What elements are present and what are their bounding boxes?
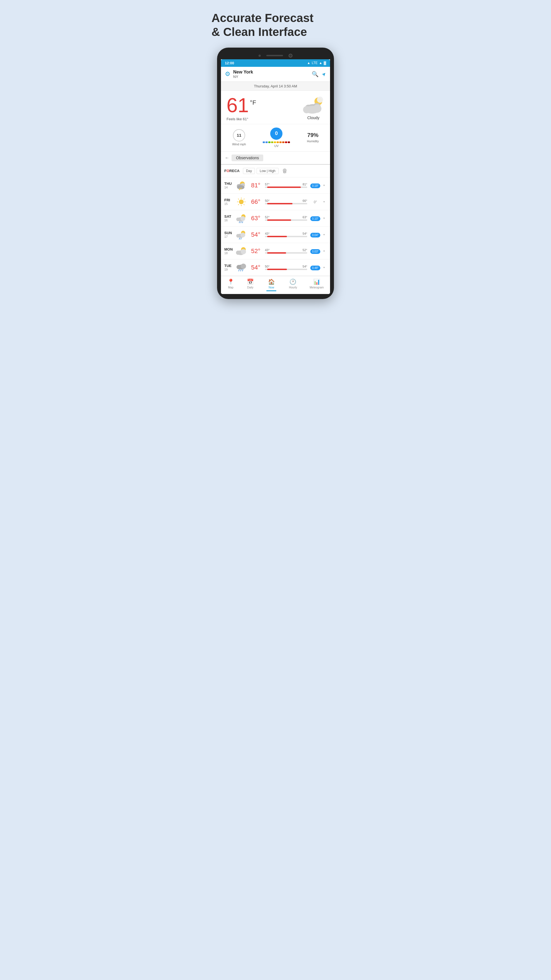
forecast-precip: 0.03" [309, 249, 322, 254]
forecast-bar-fill [267, 203, 292, 204]
svg-point-7 [313, 104, 321, 113]
svg-point-27 [236, 218, 240, 221]
forecast-row[interactable]: THU 14 81° 57° 81° 0.19" ▾ [221, 177, 330, 194]
svg-point-40 [236, 251, 240, 255]
forecast-weather-icon [236, 197, 246, 207]
uv-circle: 0 [270, 127, 283, 140]
app-header: ⚙ New York NY 🔍 ➤ [221, 67, 330, 82]
forecast-precip: 0" [309, 199, 322, 204]
temp-section: 61 °F Feels like 61° [227, 95, 299, 121]
chart-icon: 📊 [313, 278, 320, 285]
forecast-range: 52° 63° [265, 215, 307, 221]
main-weather: 61 °F Feels like 61° [221, 91, 330, 124]
wind-stat: 11 Wind mph [232, 129, 246, 146]
wind-circle: 11 [233, 129, 245, 142]
uv-seg-1 [263, 142, 265, 143]
nav-map[interactable]: 📍 Map [227, 278, 234, 291]
forecast-day: THU 14 [224, 181, 234, 189]
nav-meteogram[interactable]: 📊 Meteogram [310, 278, 324, 291]
precip-badge: 0.19" [310, 183, 320, 188]
col-day: Day [243, 168, 255, 174]
phone-screen: 12:00 ▲ LTE ▲ ▓ ⚙ New York NY 🔍 ➤ [221, 59, 330, 294]
city-name: New York [233, 70, 309, 75]
state-name: NY [233, 75, 309, 79]
weather-condition: Cloudy [307, 116, 319, 120]
forecast-low: 50° [265, 265, 270, 268]
app-headline: Accurate Forecast & Clean Interface [206, 6, 345, 48]
forecast-row[interactable]: FRI 15 66° 50° 66° [221, 194, 330, 210]
signal-icon: ▲ [319, 61, 322, 65]
forecast-bar [265, 252, 307, 254]
forecast-expand-icon[interactable]: ▾ [323, 233, 327, 236]
uv-label: UV [275, 144, 279, 148]
forecast-range: 43° 54° [265, 232, 307, 237]
svg-point-6 [303, 106, 310, 113]
svg-line-46 [240, 269, 241, 271]
svg-point-41 [241, 249, 246, 254]
forecast-row[interactable]: SUN 17 54° 43° 54° 0.04" ▾ [221, 227, 330, 243]
svg-line-47 [242, 269, 243, 271]
phone-camera [289, 54, 292, 57]
status-bar: 12:00 ▲ LTE ▲ ▓ [221, 59, 330, 67]
uv-stat: 0 UV [263, 127, 290, 148]
precip-header-icon [280, 167, 289, 175]
observations-tab[interactable]: ← Observations [221, 151, 330, 165]
forecast-bar [265, 236, 307, 237]
forecast-row[interactable]: SAT 16 63° 52° 63° 0.10" ▾ [221, 210, 330, 227]
forecast-weather-icon [236, 262, 246, 273]
location-icon[interactable]: ➤ [320, 70, 327, 78]
uv-seg-2 [265, 142, 268, 143]
svg-line-22 [244, 204, 245, 205]
forecast-range: 50° 66° [265, 199, 307, 204]
bottom-nav: 📍 Map 📅 Daily 🏠 Now 🕐 Hourly 📊 [221, 276, 330, 294]
uv-bar [263, 142, 290, 143]
phone-frame: 12:00 ▲ LTE ▲ ▓ ⚙ New York NY 🔍 ➤ [217, 48, 334, 299]
forecast-high: 81° [302, 183, 307, 186]
map-icon: 📍 [227, 278, 234, 285]
uv-seg-10 [288, 142, 290, 143]
forecast-range: 57° 81° [265, 183, 307, 188]
forecast-header: FORECA Day Low | High [221, 165, 330, 177]
date-bar: Thursday, April 14 3:50 AM [221, 82, 330, 91]
forecast-precip: 0.10" [309, 216, 322, 221]
forecast-precip: 0.04" [309, 232, 322, 237]
forecast-low: 43° [265, 248, 270, 252]
observations-label[interactable]: Observations [232, 154, 263, 161]
uv-seg-9 [285, 142, 287, 143]
temp-unit: °F [250, 95, 256, 107]
nav-now[interactable]: 🏠 Now [266, 278, 276, 291]
humidity-stat: 79% Humidity [307, 132, 319, 143]
back-icon[interactable]: ← [225, 155, 229, 161]
forecast-expand-icon[interactable]: ▾ [323, 216, 327, 220]
forecast-row[interactable]: TUE 19 54° 50° 54° 0.48" ▾ [221, 259, 330, 276]
precip-badge: 0.10" [310, 216, 320, 221]
forecast-expand-icon[interactable]: ▾ [323, 266, 327, 269]
forecast-temp: 52° [248, 248, 263, 255]
forecast-weather-icon [236, 213, 246, 224]
forecast-low: 43° [265, 232, 270, 235]
forecast-temp: 63° [248, 215, 263, 222]
forecast-precip: 0.19" [309, 183, 322, 188]
nav-daily[interactable]: 📅 Daily [247, 278, 254, 291]
forecast-high: 54° [302, 265, 307, 268]
forecast-expand-icon[interactable]: ▾ [323, 200, 327, 203]
forecast-row[interactable]: MON 18 52° 43° 52° 0.03" ▾ [221, 243, 330, 259]
uv-seg-4 [271, 142, 273, 143]
settings-icon[interactable]: ⚙ [225, 70, 230, 78]
nav-hourly[interactable]: 🕐 Hourly [289, 278, 297, 291]
forecast-low: 50° [265, 199, 270, 202]
search-icon[interactable]: 🔍 [312, 71, 319, 77]
forecast-expand-icon[interactable]: ▾ [323, 250, 327, 253]
nav-now-label: Now [268, 286, 274, 289]
feels-like: Feels like 61° [227, 117, 299, 121]
phone-speaker [266, 55, 283, 56]
forecast-day: MON 18 [224, 247, 234, 255]
forecast-bar-fill [267, 252, 286, 254]
header-icons: 🔍 ➤ [312, 71, 326, 77]
svg-point-28 [240, 216, 245, 221]
lte-label: LTE [312, 61, 318, 65]
svg-line-30 [241, 221, 241, 223]
forecast-expand-icon[interactable]: ▾ [323, 184, 327, 187]
svg-point-13 [237, 185, 245, 189]
home-icon: 🏠 [268, 278, 275, 285]
